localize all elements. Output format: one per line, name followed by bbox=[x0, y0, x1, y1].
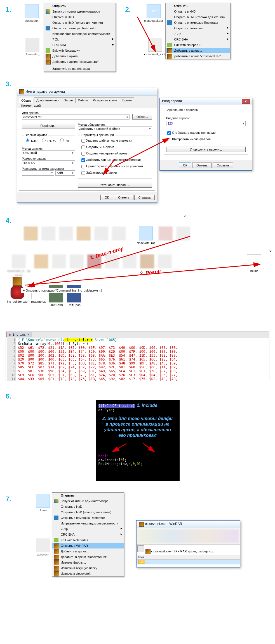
tab-options[interactable]: Опции bbox=[61, 97, 75, 103]
file-icon-closevatel[interactable] bbox=[25, 4, 39, 18]
split-size-combo[interactable] bbox=[22, 170, 54, 176]
menu-restorator[interactable]: Открыть с помощью Restorator bbox=[52, 515, 124, 521]
tab-time[interactable]: Время bbox=[120, 97, 134, 103]
menu-restorator[interactable]: Открыть с помощью Restorator bbox=[44, 25, 116, 31]
menu-open-winrar[interactable]: Открыть в WinRAR bbox=[52, 543, 124, 548]
file-icon-dpr[interactable]: DPR bbox=[147, 4, 161, 18]
menu-hxd-ro[interactable]: Открыть в HxD (только для чтения) bbox=[44, 20, 116, 25]
browse-button[interactable]: Обзор... bbox=[132, 114, 152, 120]
chk-show-pwd[interactable]: Отображать пароль при вводе bbox=[166, 130, 246, 136]
chk-test[interactable]: Протестировать файлы после упаковки bbox=[80, 163, 150, 170]
menu-hxd[interactable]: Открыть в HxD bbox=[44, 14, 116, 20]
menu-7zip[interactable]: 7-Zip bbox=[166, 31, 230, 37]
menu-crc[interactable]: CRC SHA bbox=[52, 532, 124, 537]
chk-sfx[interactable]: Создать SFX-архив bbox=[80, 144, 150, 151]
archive-format-group: Формат архива RAR RAR5 ZIP bbox=[22, 135, 75, 145]
organize-passwords-button[interactable]: Упорядочить пароли... bbox=[166, 147, 246, 152]
split-label: Разделить на тома размером: bbox=[22, 167, 75, 170]
chk-lock[interactable]: Заблокировать архив bbox=[80, 170, 150, 176]
close-tab-icon[interactable]: × bbox=[27, 333, 29, 337]
menu-add-named[interactable]: Добавить в архив "closevatel.rar" bbox=[44, 59, 116, 65]
archive-name-input[interactable]: closevatel.rar bbox=[22, 115, 130, 120]
compression-combo[interactable]: Обычный bbox=[22, 150, 75, 155]
password-subtitle: Архивация с паролем bbox=[166, 108, 199, 111]
chk-solid[interactable]: Создать непрерывный архив bbox=[80, 151, 150, 157]
menu-restorator[interactable]: Открыть с помощью Restorator bbox=[166, 20, 230, 25]
file-inc-inc[interactable] bbox=[247, 254, 261, 268]
archive-name-label: Имя архива: bbox=[22, 111, 130, 115]
status-text: closevatel.exe - SFX RAR архив, размер и… bbox=[151, 550, 214, 553]
menu-crc[interactable]: CRC SHA bbox=[44, 42, 116, 48]
tab-backup[interactable]: Резервные копии bbox=[90, 97, 120, 103]
tab-advanced[interactable]: Дополнительно bbox=[34, 97, 61, 103]
menu-7zip[interactable]: 7-Zip bbox=[52, 526, 124, 532]
tab-files[interactable]: Файлы bbox=[75, 97, 90, 103]
ok-button[interactable]: ОК bbox=[179, 163, 191, 168]
format-rar5[interactable]: RAR5 bbox=[41, 139, 55, 143]
menu-add-archive[interactable]: Добавить в архив... bbox=[44, 53, 116, 59]
menu-npp[interactable]: Edit with Notepad++ bbox=[44, 48, 116, 53]
menu-open[interactable]: Открыть bbox=[166, 3, 230, 9]
password-input[interactable]: 123 bbox=[166, 121, 246, 126]
menu-runas[interactable]: Запуск от имени администратора bbox=[44, 9, 116, 14]
help-button[interactable]: Справка bbox=[134, 195, 155, 200]
cancel-button[interactable]: Отмена bbox=[114, 195, 133, 200]
menu-pin[interactable]: Закрепить на панели задач bbox=[44, 66, 116, 71]
menu-compat[interactable]: Исправление неполадок совместимости bbox=[52, 521, 124, 526]
close-icon[interactable]: × bbox=[242, 99, 250, 104]
menu-add-named[interactable]: Добавить в архив "closevatel.rar" bbox=[166, 53, 230, 59]
menu-npp[interactable]: Edit with Notepad++ bbox=[166, 42, 230, 48]
split-unit-combo[interactable]: байт bbox=[55, 170, 75, 176]
winrar-icon bbox=[54, 555, 59, 560]
file-label: closevatel.dpr bbox=[144, 19, 163, 22]
column-header[interactable]: Имя bbox=[137, 555, 240, 560]
winrar-archive-dialog: Имя и параметры архива ОбщиеДополнительн… bbox=[17, 88, 157, 203]
menu-npp[interactable]: Edit with Notepad++ bbox=[52, 537, 124, 543]
context-menu: Открыть Запуск от имени администратора О… bbox=[44, 3, 116, 72]
file-icon[interactable] bbox=[36, 494, 50, 508]
notepadpp-icon bbox=[54, 538, 58, 542]
notepadpp-icon bbox=[167, 43, 172, 47]
menu-hxd-ro[interactable]: Открыть в HxD (только для чтения) bbox=[52, 509, 124, 515]
menu-7zip[interactable]: 7-Zip bbox=[44, 37, 116, 42]
menu-extract-to[interactable]: Извлечь в closevatel\ bbox=[52, 571, 124, 576]
menu-compat[interactable]: Исправление неполадок совместимости bbox=[44, 31, 116, 37]
up-button[interactable] bbox=[137, 545, 144, 552]
format-zip[interactable]: ZIP bbox=[59, 139, 70, 143]
menu-openwith[interactable]: Открыть с помощью bbox=[166, 25, 230, 31]
restorator-icon bbox=[54, 516, 58, 520]
menu-open[interactable]: Открыть bbox=[44, 3, 116, 9]
dict-combo[interactable]: 4096 КБ bbox=[22, 160, 75, 165]
toolbar bbox=[137, 528, 240, 544]
menu-hxd[interactable]: Открыть в HxD bbox=[166, 9, 230, 14]
menu-add-archive[interactable]: Добавить в архив... bbox=[52, 548, 124, 554]
menu-hxd[interactable]: Открыть в HxD bbox=[52, 504, 124, 509]
ok-button[interactable]: ОК bbox=[100, 195, 113, 200]
file-closevatel-rar[interactable] bbox=[139, 226, 153, 240]
tab-general[interactable]: Общие bbox=[19, 98, 34, 103]
chk-recovery[interactable]: Добавить данные для восстановления bbox=[80, 157, 150, 163]
menu-crc[interactable]: CRC SHA bbox=[166, 37, 230, 42]
menu-add-named[interactable]: Добавить в архив "closevatel.rar" bbox=[52, 554, 124, 560]
menu-extract[interactable]: Извлечь файлы... bbox=[52, 560, 124, 565]
menu-runas[interactable]: Запуск от имени администратора bbox=[52, 498, 124, 504]
file-label: closevatel_ bbox=[25, 53, 40, 56]
code-editor: ▣ inc.inc × 1{ E:\Source\closevatel\clos… bbox=[6, 331, 269, 381]
menu-add-archive[interactable]: Добавить в архив... bbox=[166, 48, 230, 53]
cancel-button[interactable]: Отмена bbox=[192, 163, 211, 168]
menu-open[interactable]: Открыть bbox=[52, 493, 124, 498]
chk-encrypt-names[interactable]: Шифровать имена файлов bbox=[166, 136, 246, 143]
tab-comment[interactable]: Комментарий bbox=[19, 103, 43, 108]
format-rar[interactable]: RAR bbox=[24, 139, 37, 143]
menu-hxd-ro[interactable]: Открыть в HxD (только для чтения) bbox=[166, 14, 230, 20]
file-label: closevatel bbox=[25, 19, 39, 22]
help-button[interactable]: Справка bbox=[213, 163, 233, 168]
winrar-icon bbox=[54, 560, 59, 565]
menu-extract-here[interactable]: Извлечь в текущую папку bbox=[52, 565, 124, 571]
list-item-up[interactable]: 📁 .. bbox=[137, 560, 240, 564]
update-method-combo[interactable]: Добавить с заменой файлов bbox=[78, 126, 152, 131]
code-tab[interactable]: ▣ inc.inc × bbox=[6, 332, 32, 337]
chk-delete[interactable]: Удалить файлы после упаковки bbox=[80, 138, 150, 144]
set-password-button[interactable]: Установить пароль... bbox=[78, 182, 152, 188]
profiles-button[interactable]: Профили... bbox=[22, 123, 75, 128]
